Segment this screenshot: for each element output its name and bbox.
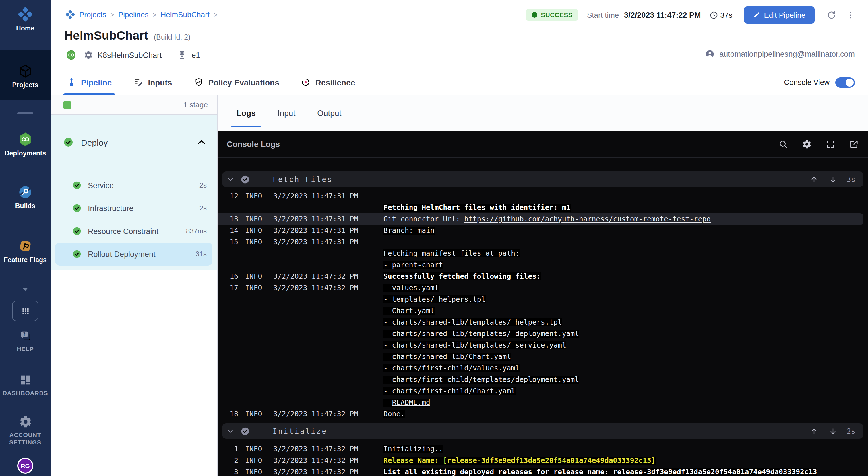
breadcrumb-link-pipelines[interactable]: Pipelines <box>118 10 149 19</box>
inputs-icon <box>133 77 143 87</box>
log-timestamp: 3/2/2023 11:47:31 PM <box>273 213 365 225</box>
step-service[interactable]: Service2s <box>55 174 212 197</box>
sidebar-item-help[interactable]: ? HELP <box>0 329 51 353</box>
log-text: - charts/first-child/values.yaml <box>383 364 520 372</box>
fullscreen-icon[interactable] <box>826 139 835 149</box>
gear-icon <box>84 50 93 60</box>
log-message: - charts/shared-lib/Chart.yaml <box>383 351 511 363</box>
log-level: INFO <box>245 408 267 420</box>
log-line: - charts/shared-lib/Chart.yaml <box>218 351 868 363</box>
log-line: - templates/_helpers.tpl <box>218 294 868 305</box>
service-name: K8sHelmSubChart <box>98 51 162 59</box>
tab-output[interactable]: Output <box>315 95 343 131</box>
grid-icon <box>20 306 30 316</box>
arrow-down-icon[interactable] <box>829 175 837 183</box>
console-view-toggle[interactable] <box>835 77 855 88</box>
log-text: Release Name: [release-3df3e9edf13da5e20… <box>383 456 656 465</box>
log-text: - values.yaml <box>383 284 439 292</box>
stage-count: 1 stage <box>183 100 208 109</box>
sidebar-divider <box>17 112 33 114</box>
stage-status-chip <box>63 101 71 109</box>
log-timestamp <box>273 259 365 271</box>
log-timestamp: 3/2/2023 11:47:32 PM <box>273 282 365 294</box>
breadcrumb-link-helmsubchart[interactable]: HelmSubChart <box>161 10 210 19</box>
chevron-down-icon[interactable] <box>226 427 235 435</box>
module-picker-button[interactable] <box>12 301 38 321</box>
log-text: - charts/shared-lib/templates/_helpers.t… <box>383 318 562 326</box>
sidebar-item-deployments[interactable]: Deployments <box>0 132 51 157</box>
sidebar-item-builds[interactable]: Builds <box>0 185 51 209</box>
log-timestamp <box>273 351 365 363</box>
log-section-initialize[interactable]: Initialize2s <box>222 423 863 439</box>
arrow-up-icon[interactable] <box>810 427 818 435</box>
edit-pipeline-button[interactable]: Edit Pipeline <box>744 6 815 24</box>
sidebar-item-dashboards[interactable]: DASHBOARDS <box>0 373 51 397</box>
step-resource-constraint[interactable]: Resource Constraint837ms <box>55 219 212 243</box>
log-text: Initializing.. <box>383 445 443 453</box>
log-timestamp: 3/2/2023 11:47:32 PM <box>273 408 365 420</box>
log-timestamp <box>273 202 365 213</box>
gear-icon[interactable] <box>802 139 812 149</box>
log-text: - parent-chart <box>383 261 443 269</box>
log-text: List all existing deployed releases for … <box>383 468 817 476</box>
log-level <box>245 363 267 374</box>
log-text: Fetching manifest files at path: <box>383 249 520 258</box>
step-label: Resource Constraint <box>88 227 158 235</box>
log-line-number: 18 <box>218 408 238 420</box>
tab-inputs[interactable]: Inputs <box>132 70 173 95</box>
breadcrumb-separator: > <box>153 11 157 19</box>
arrow-up-icon[interactable] <box>810 175 818 183</box>
breadcrumb-link-projects[interactable]: Projects <box>79 10 106 19</box>
log-timestamp <box>273 374 365 385</box>
page-title: HelmSubChart <box>64 29 148 42</box>
log-line-number <box>218 259 238 271</box>
arrow-down-icon[interactable] <box>829 427 837 435</box>
tab-pipeline[interactable]: Pipeline <box>65 70 113 95</box>
sidebar-item-label: Home <box>16 25 34 32</box>
svg-text:?: ? <box>23 332 25 337</box>
status-text: SUCCESS <box>541 11 572 19</box>
sidebar-item-home[interactable]: Home <box>0 7 51 32</box>
log-section-fetch-files[interactable]: Fetch Files3s <box>222 171 863 187</box>
log-message: Branch: main <box>383 225 435 236</box>
build-id-label: (Build Id: 2) <box>154 33 191 41</box>
chevron-down-icon[interactable] <box>226 175 235 183</box>
sidebar-item-feature-flags[interactable]: Feature Flags <box>0 239 51 263</box>
log-line-number: 13 <box>218 213 238 225</box>
log-line: - charts/shared-lib/templates/_service.y… <box>218 340 868 351</box>
log-line-number <box>218 397 238 408</box>
log-text: Successfully fetched following files: <box>383 272 541 280</box>
log-link[interactable]: https://github.com/achyuth-harness/custo… <box>464 215 711 223</box>
open-external-icon[interactable] <box>849 139 859 149</box>
check-circle-icon <box>241 175 250 184</box>
log-message: - charts/shared-lib/templates/_service.y… <box>383 340 566 351</box>
stage-deploy[interactable]: Deploy <box>51 115 217 162</box>
check-circle-icon <box>72 249 82 259</box>
log-line-number <box>218 248 238 259</box>
step-rollout-deployment[interactable]: Rollout Deployment31s <box>55 243 212 266</box>
sidebar-item-account-settings[interactable]: ACCOUNT SETTINGS <box>0 415 51 446</box>
breadcrumb-separator: > <box>110 11 114 19</box>
sidebar-item-projects[interactable]: Projects <box>0 50 51 100</box>
log-line: 2INFO3/2/2023 11:47:32 PMRelease Name: [… <box>218 455 868 466</box>
log-line: - parent-chart <box>218 259 868 271</box>
tab-logs[interactable]: Logs <box>235 95 257 131</box>
search-icon[interactable] <box>778 139 788 149</box>
log-level: INFO <box>245 225 267 236</box>
chevron-up-icon[interactable] <box>196 137 207 147</box>
log-timestamp: 3/2/2023 11:47:32 PM <box>273 455 365 466</box>
log-line-number <box>218 202 238 213</box>
log-level: INFO <box>245 191 267 202</box>
log-line: - charts/shared-lib/templates/_deploymen… <box>218 328 868 340</box>
refresh-icon[interactable] <box>827 10 836 20</box>
tab-resilience[interactable]: Resilience <box>300 70 356 95</box>
check-circle-icon <box>63 137 73 147</box>
stage-panel: 1 stage Deploy Service2sInfrastructure2s… <box>51 95 218 476</box>
tab-input[interactable]: Input <box>276 95 297 131</box>
avatar[interactable]: RG <box>17 457 33 474</box>
kebab-menu-icon[interactable] <box>846 11 855 19</box>
tab-policy-evaluations[interactable]: Policy Evaluations <box>193 70 280 95</box>
chevron-down-icon[interactable] <box>21 285 30 294</box>
log-link[interactable]: README.md <box>392 399 430 407</box>
step-infrastructure[interactable]: Infrastructure2s <box>55 197 212 219</box>
